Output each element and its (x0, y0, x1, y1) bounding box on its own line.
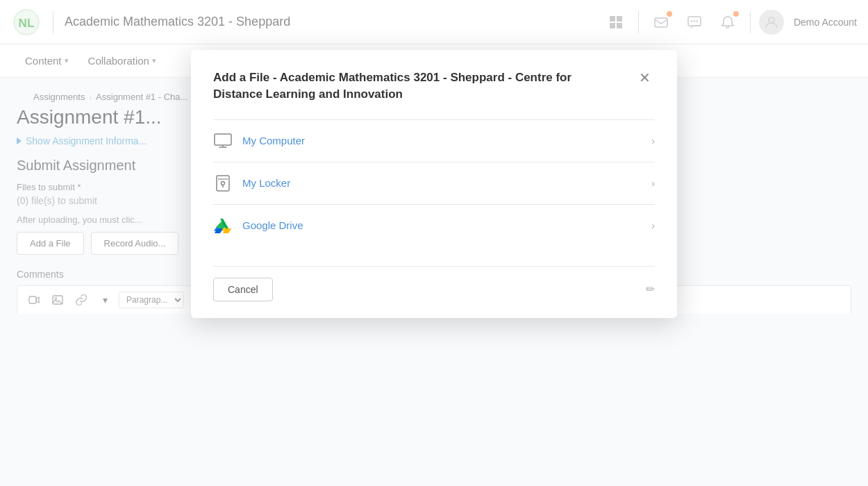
svg-rect-16 (217, 176, 229, 191)
my-computer-option-left: My Computer (213, 131, 305, 151)
edit-icon: ✏ (646, 283, 655, 296)
my-locker-chevron-icon: › (651, 178, 655, 189)
my-locker-option-left: My Locker (213, 174, 290, 193)
modal-close-button[interactable]: ✕ (635, 69, 655, 86)
cancel-button[interactable]: Cancel (213, 278, 273, 301)
my-computer-icon (213, 131, 233, 151)
my-computer-option[interactable]: My Computer › (213, 119, 655, 162)
my-locker-label: My Locker (242, 177, 290, 189)
modal-footer: Cancel ✏ (213, 266, 655, 301)
my-locker-icon (213, 174, 233, 193)
modal-header: Add a File - Academic Mathematics 3201 -… (213, 69, 655, 103)
svg-rect-15 (215, 134, 231, 145)
google-drive-option[interactable]: Google Drive › (213, 204, 655, 246)
google-drive-icon (213, 216, 233, 235)
modal-title: Add a File - Academic Mathematics 3201 -… (213, 69, 616, 103)
google-drive-label: Google Drive (242, 219, 303, 231)
google-drive-chevron-icon: › (651, 220, 655, 231)
my-computer-chevron-icon: › (651, 135, 655, 146)
my-locker-option[interactable]: My Locker › (213, 162, 655, 204)
google-drive-option-left: Google Drive (213, 216, 303, 235)
add-file-modal: Add a File - Academic Mathematics 3201 -… (191, 50, 677, 318)
my-computer-label: My Computer (242, 135, 305, 146)
